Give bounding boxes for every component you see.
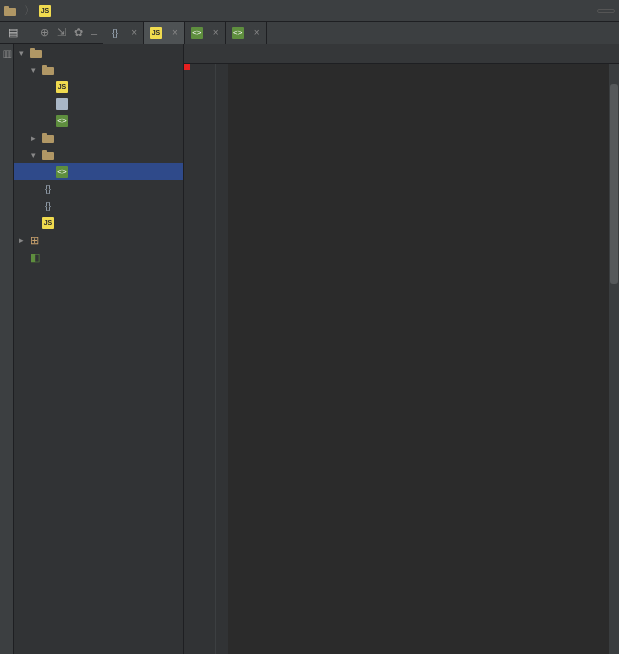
- collapse-icon[interactable]: ⇲: [57, 26, 66, 39]
- close-icon[interactable]: ×: [131, 27, 137, 38]
- code-area[interactable]: [184, 64, 619, 654]
- tree-root[interactable]: ▾: [14, 44, 183, 61]
- json-file-icon: [42, 183, 54, 195]
- tree-node-modules[interactable]: ▸: [14, 129, 183, 146]
- close-icon[interactable]: ×: [172, 27, 178, 38]
- html-file-icon: [56, 166, 68, 178]
- editor-tabs: × × × ×: [103, 22, 619, 44]
- folder-icon: [30, 48, 42, 58]
- fold-column[interactable]: [216, 64, 228, 654]
- main-area: ▤ ▾ ▾: [0, 44, 619, 654]
- sidebar-tab-project[interactable]: ▤: [1, 46, 12, 59]
- json-file-icon: [109, 27, 121, 39]
- tree-demo-js[interactable]: [14, 78, 183, 95]
- select-opened-icon[interactable]: ⊕: [40, 26, 49, 39]
- tree-webpack-config[interactable]: [14, 214, 183, 231]
- html-file-icon: [191, 27, 203, 39]
- hide-icon[interactable]: –: [91, 27, 97, 39]
- scratch-icon: [30, 251, 42, 263]
- html-file-icon: [56, 115, 68, 127]
- tab-dist-index[interactable]: ×: [185, 22, 226, 44]
- left-tool-strip: ▤: [0, 44, 14, 654]
- tab-package-json[interactable]: ×: [103, 22, 144, 44]
- tree-package-json[interactable]: [14, 180, 183, 197]
- line-number-gutter: [184, 64, 216, 654]
- settings-icon[interactable]: ✿: [74, 26, 83, 39]
- tree-src[interactable]: ▾: [14, 146, 183, 163]
- tab-webpack-config[interactable]: ×: [144, 22, 185, 44]
- tree-scratches[interactable]: [14, 248, 183, 265]
- html-file-icon: [232, 27, 244, 39]
- txt-file-icon: [56, 98, 68, 110]
- folder-icon: [42, 65, 54, 75]
- library-icon: [30, 234, 42, 246]
- folder-icon: [42, 150, 54, 160]
- navbar: 〉: [0, 0, 619, 22]
- folder-icon: [42, 133, 54, 143]
- breadcrumb-sep: 〉: [24, 3, 35, 18]
- editor: [184, 44, 619, 654]
- js-file-icon: [42, 217, 54, 229]
- ide-window: 〉 ▤ ⊕ ⇲ ✿ – ×: [0, 0, 619, 654]
- close-icon[interactable]: ×: [213, 27, 219, 38]
- add-configuration-button[interactable]: [597, 9, 615, 13]
- js-file-icon: [56, 81, 68, 93]
- js-file-icon: [39, 5, 51, 17]
- folder-icon: [4, 6, 16, 16]
- code-content[interactable]: [228, 64, 619, 654]
- navbar-breadcrumb[interactable]: 〉: [4, 3, 55, 18]
- json-file-icon: [42, 200, 54, 212]
- toolbar: ▤ ⊕ ⇲ ✿ – × × ×: [0, 22, 619, 44]
- project-dropdown[interactable]: ▤: [0, 26, 34, 39]
- tree-demo-license[interactable]: [14, 95, 183, 112]
- tree-dist[interactable]: ▾: [14, 61, 183, 78]
- tree-dist-index-html[interactable]: [14, 112, 183, 129]
- tree-external-libraries[interactable]: ▸: [14, 231, 183, 248]
- tree-package-lock[interactable]: [14, 197, 183, 214]
- vertical-scrollbar[interactable]: [609, 64, 619, 654]
- tab-index-html[interactable]: ×: [226, 22, 267, 44]
- scrollbar-thumb[interactable]: [610, 84, 618, 284]
- tree-src-index-html[interactable]: [14, 163, 183, 180]
- close-icon[interactable]: ×: [254, 27, 260, 38]
- editor-breadcrumb: [184, 44, 619, 64]
- project-tree[interactable]: ▾ ▾ ▸: [14, 44, 184, 654]
- js-file-icon: [150, 27, 162, 39]
